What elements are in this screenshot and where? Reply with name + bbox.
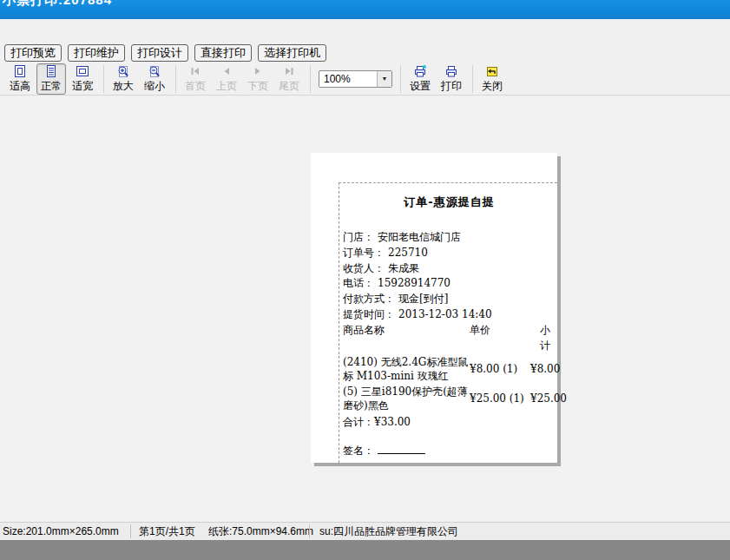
last-page-button[interactable]: 尾页 — [274, 63, 304, 95]
toolbar-separator — [310, 65, 311, 93]
print-button[interactable]: 打印 — [437, 63, 466, 95]
view-toolbar: 适高 正常 适宽 放大 缩小 — [0, 63, 730, 96]
signature-line — [378, 445, 425, 454]
item-price: ¥25.00 (1) — [470, 392, 530, 405]
receipt-field-order-no: 订单号：225710 — [343, 246, 556, 261]
status-bar: Size:201.0mm×265.0mm 第1页/共1页 纸张:75.0mm×9… — [0, 522, 730, 540]
command-toolbar: 打印预览 打印维护 打印设计 直接打印 选择打印机 — [0, 43, 730, 63]
toolbar-separator — [175, 65, 176, 93]
receipt-field-store: 门店：安阳老电信城门店 — [343, 230, 556, 246]
printer-settings-label: 设置 — [410, 79, 431, 94]
receipt-title: 订单-惠源提自提 — [343, 194, 556, 210]
zoom-in-label: 放大 — [113, 79, 134, 94]
item-name: (5) 三星i8190保护壳(超薄磨砂)黑色 — [343, 385, 470, 412]
receipt-signature: 签名： — [343, 444, 556, 459]
print-maintain-button[interactable]: 打印维护 — [68, 44, 125, 62]
prev-page-icon — [220, 64, 233, 78]
zoom-out-icon — [148, 64, 161, 78]
print-design-button[interactable]: 打印设计 — [131, 44, 188, 62]
receipt-item-row: (5) 三星i8190保护壳(超薄磨砂)黑色 ¥25.00 (1) ¥25.00 — [343, 385, 556, 412]
prev-page-label: 上页 — [216, 79, 237, 94]
status-separator — [130, 524, 131, 538]
normal-view-label: 正常 — [41, 79, 62, 94]
window-title: 小票打印:207884 — [3, 0, 112, 9]
item-name: (2410) 无线2.4G标准型鼠标 M103-mini 玫瑰红 — [343, 355, 470, 383]
fit-width-icon — [76, 64, 89, 78]
print-label: 打印 — [441, 79, 462, 94]
item-price: ¥8.00 (1) — [470, 363, 530, 375]
status-supplier: su:四川品胜品牌管理有限公司 — [319, 524, 458, 539]
receipt-item-row: (2410) 无线2.4G标准型鼠标 M103-mini 玫瑰红 ¥8.00 (… — [343, 355, 556, 383]
prev-page-button[interactable]: 上页 — [212, 63, 241, 95]
next-page-button[interactable]: 下页 — [243, 63, 273, 95]
printer-settings-icon — [413, 64, 427, 78]
receipt-field-payment: 付款方式：现金[到付] — [343, 292, 556, 307]
print-preview-button[interactable]: 打印预览 — [4, 44, 62, 62]
receipt-total: 合计：¥33.00 — [343, 415, 556, 431]
receipt-table-header: 商品名称 单价 小计 — [343, 323, 556, 354]
toolbar-separator — [472, 65, 473, 93]
last-page-icon — [282, 64, 296, 78]
close-icon — [485, 64, 499, 78]
close-button[interactable]: 关闭 — [477, 63, 507, 95]
zoom-level-select[interactable]: 100% ▼ — [319, 70, 392, 88]
close-label: 关闭 — [482, 79, 503, 94]
next-page-label: 下页 — [247, 79, 268, 94]
title-bar: 小票打印:207884 — [0, 0, 730, 19]
print-margin-guide — [339, 182, 557, 183]
col-header-subtotal: 小计 — [530, 323, 556, 354]
receipt-field-pickup-time: 提货时间：2013-12-03 14:40 — [343, 307, 556, 323]
fit-height-button[interactable]: 适高 — [5, 63, 35, 95]
col-header-price: 单价 — [470, 323, 530, 354]
fit-width-label: 适宽 — [72, 79, 93, 94]
item-subtotal: ¥25.00 — [530, 392, 570, 405]
next-page-icon — [251, 64, 265, 78]
last-page-label: 尾页 — [279, 79, 299, 94]
fit-height-icon — [13, 64, 27, 78]
printer-settings-button[interactable]: 设置 — [405, 63, 435, 95]
normal-view-icon — [44, 64, 58, 78]
zoom-in-button[interactable]: 放大 — [109, 63, 138, 95]
status-separator — [309, 524, 310, 538]
toolbar-separator — [400, 65, 401, 93]
fit-height-label: 适高 — [10, 79, 30, 94]
print-preview-window: 小票打印:207884 打印预览 打印维护 打印设计 直接打印 选择打印机 适高… — [0, 0, 730, 560]
zoom-in-icon — [116, 64, 130, 78]
receipt-page: 订单-惠源提自提 门店：安阳老电信城门店 订单号：225710 收货人：朱成果 … — [311, 153, 557, 463]
first-page-label: 首页 — [185, 79, 206, 94]
zoom-out-button[interactable]: 缩小 — [140, 63, 169, 95]
receipt-field-consignee: 收货人：朱成果 — [343, 261, 556, 277]
fit-width-button[interactable]: 适宽 — [68, 63, 97, 95]
normal-view-button[interactable]: 正常 — [36, 63, 66, 95]
first-page-button[interactable]: 首页 — [181, 63, 210, 95]
toolbar-separator — [103, 65, 104, 93]
preview-canvas[interactable]: 订单-惠源提自提 门店：安阳老电信城门店 订单号：225710 收货人：朱成果 … — [0, 96, 730, 522]
status-paper-size: 纸张:75.0mm×94.6mm — [208, 524, 313, 539]
status-page-count: 第1页/共1页 — [139, 524, 195, 539]
zoom-level-value: 100% — [319, 73, 377, 85]
direct-print-button[interactable]: 直接打印 — [194, 44, 252, 62]
window-bottom-strip — [0, 540, 730, 560]
print-margin-guide — [339, 182, 339, 463]
first-page-icon — [188, 64, 202, 78]
receipt-content: 订单-惠源提自提 门店：安阳老电信城门店 订单号：225710 收货人：朱成果 … — [343, 194, 556, 459]
zoom-out-label: 缩小 — [144, 79, 165, 94]
receipt-field-phone: 电话：15928914770 — [343, 276, 556, 292]
status-design-size: Size:201.0mm×265.0mm — [3, 525, 119, 537]
select-printer-button[interactable]: 选择打印机 — [258, 44, 326, 62]
chevron-down-icon[interactable]: ▼ — [377, 71, 391, 87]
item-subtotal: ¥8.00 — [530, 363, 563, 375]
col-header-name: 商品名称 — [343, 323, 470, 354]
print-icon — [444, 64, 458, 78]
